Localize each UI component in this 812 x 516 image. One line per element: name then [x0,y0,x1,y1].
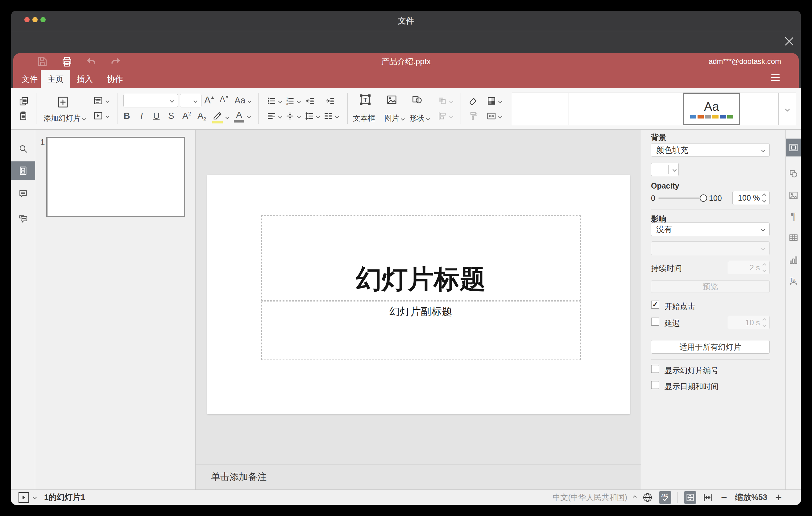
decrease-font-button[interactable]: A [220,95,228,104]
image-button[interactable]: 图片 [384,113,404,123]
columns-button[interactable] [323,111,333,122]
notes-area[interactable]: 单击添加备注 [196,464,641,489]
underline-button[interactable]: U [150,111,163,121]
start-on-click-checkbox[interactable]: ✓ [651,300,659,309]
bullet-list-button[interactable] [266,96,277,107]
fit-width-icon[interactable] [702,492,713,503]
show-slide-number-checkbox[interactable] [651,365,659,373]
copy-icon[interactable] [19,96,29,107]
paragraph-settings-icon[interactable]: ¶ [786,207,801,225]
zoom-out-button[interactable]: − [721,491,727,503]
apply-to-all-slides-button[interactable]: 适用于所有幻灯片 [651,340,770,354]
search-icon[interactable] [11,140,35,158]
slide-subtitle-placeholder[interactable]: 幻灯片副标题 [261,302,581,360]
zoom-in-button[interactable]: + [775,491,782,504]
delay-checkbox[interactable] [651,318,659,326]
add-slide-button[interactable]: 添加幻灯片 [44,113,85,123]
tab-collaboration[interactable]: 协作 [104,70,126,88]
chevron-up-icon[interactable] [633,495,637,499]
tab-home[interactable]: 主页 [41,70,70,88]
vertical-align-button[interactable] [285,111,295,122]
fit-slide-icon[interactable] [684,491,696,504]
increase-indent-button[interactable] [325,96,335,107]
shape-button[interactable]: 形状 [410,113,430,123]
slide-title-placeholder[interactable]: 幻灯片标题 [261,216,581,300]
font-size-select[interactable] [180,94,201,107]
italic-button[interactable]: I [136,111,148,121]
start-slideshow-status-button[interactable] [19,492,29,503]
decrease-indent-button[interactable] [305,96,315,107]
line-spacing-button[interactable] [304,111,314,122]
clear-style-icon[interactable] [468,96,478,107]
chart-settings-icon[interactable] [786,251,801,269]
background-fill-select[interactable]: 颜色填充 [651,143,770,157]
spin-down-icon[interactable] [762,323,766,327]
theme-gallery-expand-button[interactable] [779,93,796,125]
effect-select[interactable]: 没有 [651,223,770,236]
chat-icon[interactable] [11,209,35,228]
paste-icon[interactable] [19,111,29,122]
shape-settings-icon[interactable] [786,165,801,183]
horizontal-align-button[interactable] [266,111,277,122]
right-sidebar: ¶ Ta [785,130,801,489]
subscript-button[interactable]: A2 [196,111,208,122]
theme-swatch [698,115,704,118]
slides-panel-icon[interactable] [11,162,35,180]
text-art-settings-icon[interactable]: Ta [786,272,801,290]
slide-layout-button[interactable] [93,96,103,107]
tab-insert[interactable]: 插入 [74,70,96,88]
strikethrough-button[interactable]: S [165,111,177,121]
slide-settings-icon[interactable] [786,139,801,156]
preview-button[interactable]: 预览 [651,280,770,293]
set-language-icon[interactable] [642,492,653,503]
show-date-time-checkbox[interactable] [651,381,659,389]
background-color-picker[interactable] [651,163,679,176]
change-case-button[interactable]: Aa [234,95,251,106]
highlight-color-button[interactable] [212,111,223,123]
theme-tile-selected[interactable]: Aa [683,93,740,125]
bold-button[interactable]: B [121,111,133,121]
delay-input[interactable]: 10 s [728,316,770,329]
increase-font-button[interactable]: A [204,95,214,106]
font-name-select[interactable] [123,94,178,107]
align-shape-button[interactable] [437,111,447,122]
superscript-button[interactable]: A2 [180,111,193,121]
comments-icon[interactable] [11,184,35,203]
start-slideshow-button[interactable] [93,111,103,122]
opacity-slider-handle[interactable] [700,194,707,202]
effect-type-select[interactable] [651,241,770,255]
arrange-shape-button[interactable] [437,96,447,107]
menu-icon[interactable] [771,75,780,81]
duration-input[interactable]: 2 s [728,261,770,274]
tab-file[interactable]: 文件 [19,70,41,88]
close-icon[interactable] [784,36,794,47]
theme-tile[interactable] [740,93,779,125]
image-settings-icon[interactable] [786,187,801,204]
opacity-input[interactable]: 100 % [732,191,770,205]
spin-down-icon[interactable] [762,268,766,272]
delay-label: 延迟 [665,318,680,328]
spellcheck-icon[interactable]: ABC [659,491,671,504]
spin-up-icon[interactable] [762,263,766,267]
color-scheme-button[interactable] [487,96,496,107]
divider [347,93,348,124]
theme-tile[interactable] [626,93,683,125]
table-settings-icon[interactable] [786,229,801,247]
slide-thumbnail[interactable] [46,137,185,217]
copy-style-icon[interactable] [468,111,478,122]
text-box-button[interactable]: 文本框 [353,113,375,123]
theme-tile[interactable] [512,93,569,125]
opacity-slider[interactable] [658,198,703,199]
slide[interactable]: 幻灯片标题 幻灯片副标题 [207,175,630,414]
language-label[interactable]: 中文(中华人民共和国) [553,492,627,503]
spin-down-icon[interactable] [762,198,766,202]
chevron-down-icon[interactable] [33,495,37,499]
spin-up-icon[interactable] [762,194,766,198]
divider [36,93,36,124]
font-color-button[interactable]: A [234,110,244,122]
theme-tile[interactable] [569,93,626,125]
numbered-list-button[interactable]: 123 [285,96,295,107]
slide-size-button[interactable] [487,111,496,122]
spin-up-icon[interactable] [762,318,766,322]
add-slide-icon[interactable] [57,96,69,108]
